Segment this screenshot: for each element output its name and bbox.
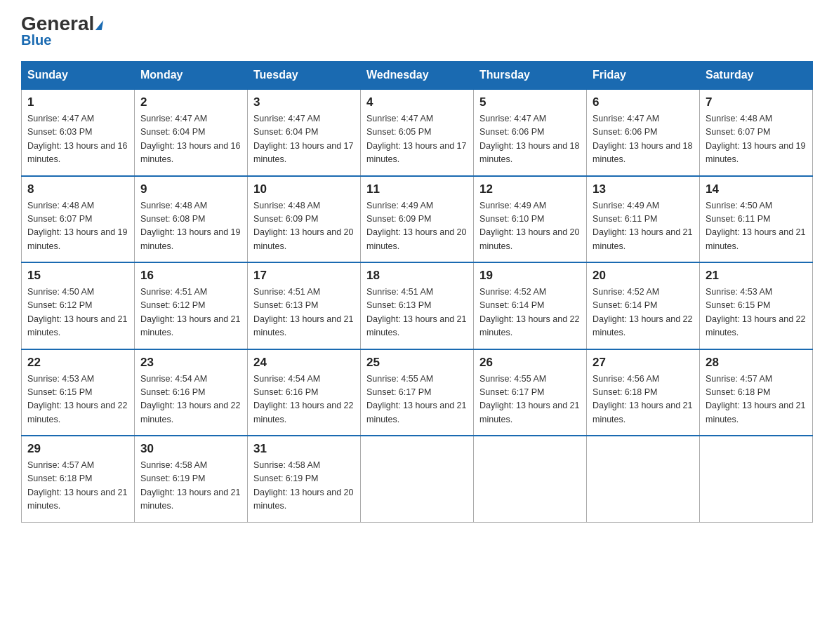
day-number: 13 [593, 182, 694, 196]
day-number: 3 [253, 95, 355, 109]
day-info: Sunrise: 4:56 AM Sunset: 6:18 PM Dayligh… [593, 373, 694, 427]
day-info: Sunrise: 4:50 AM Sunset: 6:11 PM Dayligh… [706, 199, 807, 254]
calendar-week-row: 22 Sunrise: 4:53 AM Sunset: 6:15 PM Dayl… [22, 349, 813, 436]
calendar-day-cell: 10 Sunrise: 4:48 AM Sunset: 6:09 PM Dayl… [248, 176, 361, 263]
calendar-day-cell [361, 436, 474, 522]
day-info: Sunrise: 4:53 AM Sunset: 6:15 PM Dayligh… [706, 286, 807, 340]
calendar-day-cell: 27 Sunrise: 4:56 AM Sunset: 6:18 PM Dayl… [587, 349, 700, 436]
day-number: 29 [27, 442, 128, 456]
calendar-day-cell: 28 Sunrise: 4:57 AM Sunset: 6:18 PM Dayl… [700, 349, 813, 436]
calendar-day-cell: 16 Sunrise: 4:51 AM Sunset: 6:12 PM Dayl… [135, 262, 248, 349]
calendar-body: 1 Sunrise: 4:47 AM Sunset: 6:03 PM Dayli… [22, 89, 813, 522]
calendar-day-cell: 19 Sunrise: 4:52 AM Sunset: 6:14 PM Dayl… [474, 262, 587, 349]
calendar-day-cell: 20 Sunrise: 4:52 AM Sunset: 6:14 PM Dayl… [587, 262, 700, 349]
day-number: 11 [366, 182, 468, 196]
day-info: Sunrise: 4:51 AM Sunset: 6:13 PM Dayligh… [366, 286, 468, 340]
day-number: 8 [27, 182, 128, 196]
day-number: 10 [253, 182, 355, 196]
page-header: General Blue [21, 14, 813, 48]
day-info: Sunrise: 4:48 AM Sunset: 6:09 PM Dayligh… [253, 199, 355, 254]
calendar-day-cell: 31 Sunrise: 4:58 AM Sunset: 6:19 PM Dayl… [248, 436, 361, 522]
calendar-day-cell: 4 Sunrise: 4:47 AM Sunset: 6:05 PM Dayli… [361, 89, 474, 176]
day-info: Sunrise: 4:48 AM Sunset: 6:08 PM Dayligh… [140, 199, 241, 254]
day-info: Sunrise: 4:49 AM Sunset: 6:11 PM Dayligh… [593, 199, 694, 254]
logo-text: General [21, 14, 102, 34]
day-info: Sunrise: 4:54 AM Sunset: 6:16 PM Dayligh… [140, 373, 241, 427]
weekday-header-cell: Saturday [700, 62, 813, 90]
day-info: Sunrise: 4:48 AM Sunset: 6:07 PM Dayligh… [706, 112, 807, 167]
day-info: Sunrise: 4:48 AM Sunset: 6:07 PM Dayligh… [27, 199, 128, 254]
day-number: 12 [479, 182, 581, 196]
calendar-week-row: 8 Sunrise: 4:48 AM Sunset: 6:07 PM Dayli… [22, 176, 813, 263]
day-number: 15 [27, 269, 128, 283]
day-number: 1 [27, 95, 128, 109]
weekday-header-cell: Thursday [474, 62, 587, 90]
day-number: 4 [366, 95, 468, 109]
day-number: 19 [479, 269, 581, 283]
calendar-day-cell: 7 Sunrise: 4:48 AM Sunset: 6:07 PM Dayli… [700, 89, 813, 176]
calendar-day-cell: 1 Sunrise: 4:47 AM Sunset: 6:03 PM Dayli… [22, 89, 135, 176]
day-info: Sunrise: 4:57 AM Sunset: 6:18 PM Dayligh… [706, 373, 807, 427]
day-number: 6 [593, 95, 694, 109]
calendar-day-cell: 23 Sunrise: 4:54 AM Sunset: 6:16 PM Dayl… [135, 349, 248, 436]
calendar-day-cell: 9 Sunrise: 4:48 AM Sunset: 6:08 PM Dayli… [135, 176, 248, 263]
calendar-day-cell: 2 Sunrise: 4:47 AM Sunset: 6:04 PM Dayli… [135, 89, 248, 176]
logo-general: General [21, 13, 94, 34]
day-info: Sunrise: 4:58 AM Sunset: 6:19 PM Dayligh… [253, 459, 355, 514]
day-info: Sunrise: 4:51 AM Sunset: 6:13 PM Dayligh… [253, 286, 355, 340]
calendar-day-cell [474, 436, 587, 522]
calendar-day-cell: 30 Sunrise: 4:58 AM Sunset: 6:19 PM Dayl… [135, 436, 248, 522]
calendar-table: SundayMondayTuesdayWednesdayThursdayFrid… [21, 61, 813, 523]
day-number: 7 [706, 95, 807, 109]
day-number: 21 [706, 269, 807, 283]
day-number: 26 [479, 356, 581, 370]
day-number: 5 [479, 95, 581, 109]
day-info: Sunrise: 4:54 AM Sunset: 6:16 PM Dayligh… [253, 373, 355, 427]
day-info: Sunrise: 4:55 AM Sunset: 6:17 PM Dayligh… [366, 373, 468, 427]
calendar-day-cell: 18 Sunrise: 4:51 AM Sunset: 6:13 PM Dayl… [361, 262, 474, 349]
day-info: Sunrise: 4:47 AM Sunset: 6:03 PM Dayligh… [27, 112, 128, 167]
day-info: Sunrise: 4:47 AM Sunset: 6:06 PM Dayligh… [593, 112, 694, 167]
calendar-day-cell [587, 436, 700, 522]
day-info: Sunrise: 4:58 AM Sunset: 6:19 PM Dayligh… [140, 459, 241, 514]
day-info: Sunrise: 4:49 AM Sunset: 6:10 PM Dayligh… [479, 199, 581, 254]
day-number: 27 [593, 356, 694, 370]
calendar-day-cell: 14 Sunrise: 4:50 AM Sunset: 6:11 PM Dayl… [700, 176, 813, 263]
calendar-day-cell: 11 Sunrise: 4:49 AM Sunset: 6:09 PM Dayl… [361, 176, 474, 263]
calendar-day-cell: 22 Sunrise: 4:53 AM Sunset: 6:15 PM Dayl… [22, 349, 135, 436]
weekday-header-cell: Wednesday [361, 62, 474, 90]
calendar-day-cell: 3 Sunrise: 4:47 AM Sunset: 6:04 PM Dayli… [248, 89, 361, 176]
day-info: Sunrise: 4:49 AM Sunset: 6:09 PM Dayligh… [366, 199, 468, 254]
day-number: 18 [366, 269, 468, 283]
day-number: 25 [366, 356, 468, 370]
calendar-week-row: 29 Sunrise: 4:57 AM Sunset: 6:18 PM Dayl… [22, 436, 813, 522]
day-info: Sunrise: 4:47 AM Sunset: 6:04 PM Dayligh… [253, 112, 355, 167]
day-number: 16 [140, 269, 241, 283]
day-info: Sunrise: 4:47 AM Sunset: 6:05 PM Dayligh… [366, 112, 468, 167]
calendar-day-cell: 21 Sunrise: 4:53 AM Sunset: 6:15 PM Dayl… [700, 262, 813, 349]
day-number: 31 [253, 442, 355, 456]
day-info: Sunrise: 4:47 AM Sunset: 6:04 PM Dayligh… [140, 112, 241, 167]
calendar-day-cell: 8 Sunrise: 4:48 AM Sunset: 6:07 PM Dayli… [22, 176, 135, 263]
day-number: 9 [140, 182, 241, 196]
weekday-header-cell: Monday [135, 62, 248, 90]
calendar-day-cell [700, 436, 813, 522]
day-info: Sunrise: 4:47 AM Sunset: 6:06 PM Dayligh… [479, 112, 581, 167]
weekday-header-cell: Sunday [22, 62, 135, 90]
calendar-day-cell: 17 Sunrise: 4:51 AM Sunset: 6:13 PM Dayl… [248, 262, 361, 349]
day-number: 28 [706, 356, 807, 370]
calendar-day-cell: 5 Sunrise: 4:47 AM Sunset: 6:06 PM Dayli… [474, 89, 587, 176]
calendar-day-cell: 13 Sunrise: 4:49 AM Sunset: 6:11 PM Dayl… [587, 176, 700, 263]
day-info: Sunrise: 4:57 AM Sunset: 6:18 PM Dayligh… [27, 459, 128, 514]
day-number: 2 [140, 95, 241, 109]
calendar-day-cell: 15 Sunrise: 4:50 AM Sunset: 6:12 PM Dayl… [22, 262, 135, 349]
calendar-day-cell: 12 Sunrise: 4:49 AM Sunset: 6:10 PM Dayl… [474, 176, 587, 263]
calendar-day-cell: 24 Sunrise: 4:54 AM Sunset: 6:16 PM Dayl… [248, 349, 361, 436]
day-info: Sunrise: 4:53 AM Sunset: 6:15 PM Dayligh… [27, 373, 128, 427]
day-info: Sunrise: 4:50 AM Sunset: 6:12 PM Dayligh… [27, 286, 128, 340]
calendar-day-cell: 25 Sunrise: 4:55 AM Sunset: 6:17 PM Dayl… [361, 349, 474, 436]
day-number: 23 [140, 356, 241, 370]
logo: General Blue [21, 14, 102, 48]
day-info: Sunrise: 4:52 AM Sunset: 6:14 PM Dayligh… [479, 286, 581, 340]
calendar-day-cell: 6 Sunrise: 4:47 AM Sunset: 6:06 PM Dayli… [587, 89, 700, 176]
